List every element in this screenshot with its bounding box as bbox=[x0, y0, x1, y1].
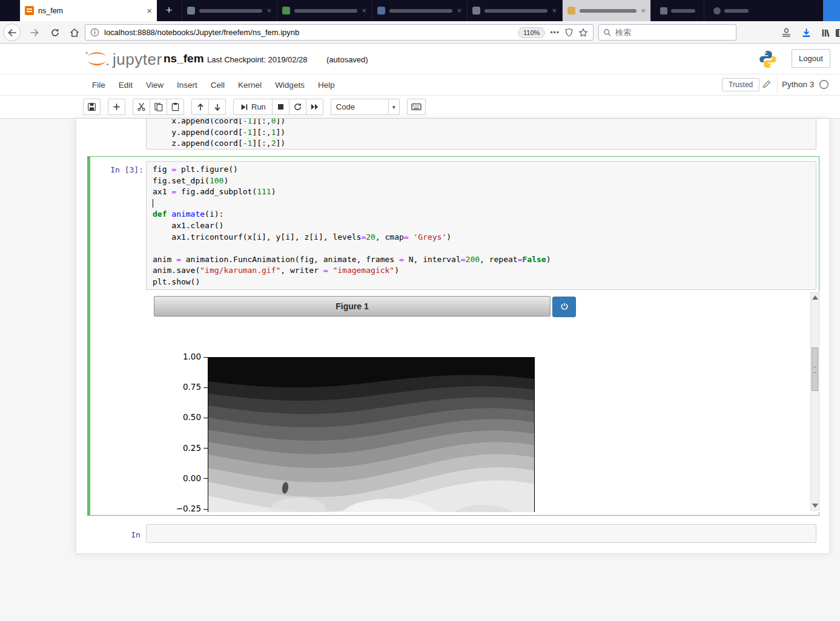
zoom-indicator[interactable]: 110% bbox=[518, 27, 545, 38]
ytick-label: 0.00 bbox=[171, 473, 201, 484]
pinned-tab-2[interactable] bbox=[704, 0, 757, 21]
notebook-favicon-icon bbox=[25, 6, 34, 15]
menu-insert[interactable]: Insert bbox=[170, 80, 204, 90]
previous-cell-code[interactable]: x.append(coord[-1][:,0]) y.append(coord[… bbox=[146, 119, 816, 150]
notebook-container: x.append(coord[-1][:,0]) y.append(coord[… bbox=[76, 119, 830, 554]
add-cell-button[interactable] bbox=[108, 99, 125, 115]
save-icon bbox=[87, 102, 96, 111]
pocket-shield-icon[interactable] bbox=[564, 28, 574, 37]
menu-cell[interactable]: Cell bbox=[204, 80, 231, 90]
kernel-idle-icon bbox=[819, 79, 829, 90]
background-tab-2[interactable]: × bbox=[277, 0, 371, 21]
ytick-label: 0.25 bbox=[171, 443, 201, 454]
home-button[interactable] bbox=[65, 24, 83, 41]
python-logo-icon bbox=[758, 50, 778, 69]
notebook-title[interactable]: ns_fem bbox=[164, 52, 204, 65]
tab-active-ns-fem[interactable]: ns_fem × bbox=[20, 0, 157, 21]
ytick-mark bbox=[203, 509, 208, 510]
reload-button[interactable] bbox=[46, 24, 64, 41]
chevron-down-icon[interactable]: ▾ bbox=[388, 99, 400, 115]
empty-code-cell[interactable] bbox=[146, 524, 816, 543]
notebook-toolbar: Run Code ▾ bbox=[0, 96, 840, 119]
jupyter-logo-icon bbox=[84, 49, 110, 68]
search-input[interactable] bbox=[615, 28, 732, 37]
tab-close-icon[interactable]: × bbox=[147, 6, 152, 15]
save-button[interactable] bbox=[83, 99, 101, 115]
menu-widgets[interactable]: Widgets bbox=[268, 80, 311, 90]
site-info-icon[interactable] bbox=[90, 28, 99, 37]
paste-cell-button[interactable] bbox=[167, 99, 184, 115]
logout-button[interactable]: Logout bbox=[792, 49, 830, 68]
scrollbar-thumb[interactable] bbox=[812, 347, 818, 391]
window-accent-corner bbox=[823, 0, 840, 21]
menu-kernel[interactable]: Kernel bbox=[231, 80, 268, 90]
bookmarks-menu-icon[interactable] bbox=[779, 26, 793, 39]
new-tab-button[interactable]: + bbox=[159, 0, 179, 21]
tab-title-obscured bbox=[389, 9, 452, 13]
tab-favicon-icon bbox=[282, 7, 290, 15]
tab-close-icon[interactable]: × bbox=[641, 6, 646, 15]
sidebar-icon[interactable] bbox=[833, 26, 840, 39]
background-tab-3[interactable]: × bbox=[372, 0, 466, 21]
stop-interaction-button[interactable] bbox=[552, 297, 576, 317]
arrow-up-icon bbox=[196, 103, 205, 111]
menu-edit[interactable]: Edit bbox=[112, 80, 139, 90]
code-editor[interactable]: fig = plt.figure()fig.set_dpi(100)ax1 = … bbox=[146, 161, 816, 290]
library-icon[interactable] bbox=[818, 26, 833, 39]
stop-icon bbox=[277, 103, 285, 111]
pinned-tab-1[interactable] bbox=[650, 0, 704, 21]
bookmark-star-icon[interactable] bbox=[578, 28, 588, 38]
restart-icon bbox=[293, 102, 302, 111]
ytick-mark bbox=[203, 418, 208, 418]
restart-run-all-button[interactable] bbox=[306, 99, 323, 115]
tab-close-icon[interactable]: × bbox=[362, 6, 366, 15]
power-icon bbox=[560, 302, 569, 312]
move-cell-down-button[interactable] bbox=[208, 99, 226, 115]
browser-tab-bar: ns_fem × + × × × × × bbox=[0, 0, 840, 21]
background-tab-5[interactable]: × bbox=[562, 0, 650, 21]
background-tab-4[interactable]: × bbox=[467, 0, 561, 21]
page-actions-icon[interactable]: ••• bbox=[550, 28, 560, 37]
cut-icon bbox=[137, 102, 146, 111]
tab-title-obscured bbox=[484, 9, 547, 13]
url-text[interactable]: localhost:8888/notebooks/Jupyter/freefem… bbox=[104, 28, 513, 37]
menu-view[interactable]: View bbox=[139, 80, 170, 90]
scroll-up-icon[interactable] bbox=[812, 295, 818, 300]
tab-favicon-icon bbox=[377, 7, 385, 15]
restart-kernel-button[interactable] bbox=[289, 99, 306, 115]
ytick-mark bbox=[203, 357, 208, 358]
checkpoint-text: Last Checkpoint: 2019/02/28 bbox=[207, 55, 308, 64]
ytick-label: 0.75 bbox=[171, 382, 201, 393]
cut-cell-button[interactable] bbox=[133, 99, 150, 115]
divider bbox=[777, 77, 778, 93]
back-button[interactable] bbox=[3, 24, 21, 41]
output-scrollbar[interactable] bbox=[810, 292, 819, 511]
run-cell-button[interactable]: Run bbox=[233, 99, 273, 115]
cell-type-value[interactable]: Code bbox=[331, 99, 389, 115]
figure-title-bar[interactable]: Figure 1 bbox=[154, 296, 551, 317]
tab-close-icon[interactable]: × bbox=[266, 6, 271, 15]
move-cell-up-button[interactable] bbox=[191, 99, 209, 115]
scroll-down-icon[interactable] bbox=[812, 504, 818, 508]
tab-close-icon[interactable]: × bbox=[552, 6, 557, 15]
background-tab-1[interactable]: × bbox=[182, 0, 276, 21]
jupyter-logo[interactable]: jupyter bbox=[84, 49, 162, 68]
url-bar[interactable]: localhost:8888/notebooks/Jupyter/freefem… bbox=[85, 24, 594, 41]
figure-plot-wrap[interactable] bbox=[208, 357, 535, 512]
tab-favicon-icon bbox=[187, 7, 195, 15]
keyboard-icon bbox=[411, 102, 422, 112]
forward-button[interactable] bbox=[25, 24, 43, 41]
cell-type-select[interactable]: Code ▾ bbox=[331, 99, 400, 115]
input-prompt: In [3]: bbox=[90, 165, 144, 174]
tab-close-icon[interactable]: × bbox=[457, 6, 461, 15]
search-bar[interactable] bbox=[598, 24, 736, 41]
interrupt-kernel-button[interactable] bbox=[272, 99, 289, 115]
download-icon[interactable] bbox=[799, 26, 813, 39]
menu-help[interactable]: Help bbox=[311, 80, 342, 90]
copy-cell-button[interactable] bbox=[150, 99, 167, 115]
menu-file[interactable]: File bbox=[85, 80, 112, 90]
command-palette-button[interactable] bbox=[407, 99, 426, 115]
notebook-site: x.append(coord[-1][:,0]) y.append(coord[… bbox=[0, 119, 840, 621]
active-code-cell[interactable]: In [3]: fig = plt.figure()fig.set_dpi(10… bbox=[87, 156, 819, 516]
tab-title-obscured bbox=[199, 9, 262, 13]
